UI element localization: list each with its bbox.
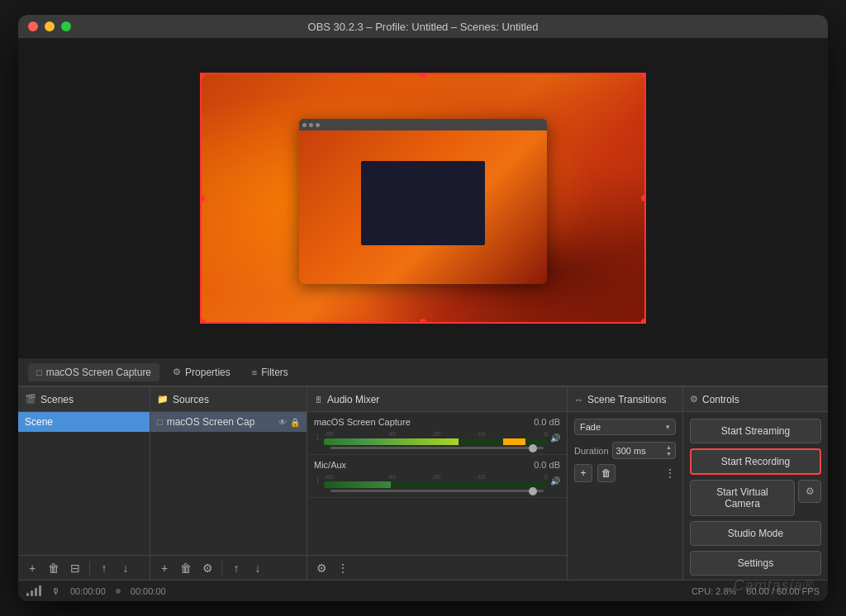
audio-more-button[interactable]: ⋮ bbox=[334, 559, 352, 577]
sources-remove-button[interactable]: 🗑 bbox=[177, 559, 195, 577]
audio-ch2-menu[interactable]: ⋮ bbox=[314, 476, 321, 485]
start-recording-button[interactable]: Start Recording bbox=[690, 448, 821, 475]
handle-top-left[interactable] bbox=[200, 73, 205, 78]
status-timer1: 00:00:00 bbox=[70, 586, 106, 596]
bottom-section: 🎬 Scenes Scene + 🗑 ⊟ ↑ ↓ bbox=[18, 386, 828, 601]
minimize-button[interactable] bbox=[45, 21, 55, 31]
inner-content bbox=[299, 130, 547, 284]
inner-titlebar bbox=[299, 119, 547, 130]
status-timer2: 00:00:00 bbox=[131, 586, 166, 596]
sources-panel-header: 📁 Sources bbox=[150, 387, 307, 412]
tab-macos-screen-capture[interactable]: □ macOS Screen Capture bbox=[28, 363, 159, 381]
source-eye-button[interactable]: 👁 bbox=[278, 418, 287, 427]
duration-input[interactable]: 300 ms ▲ ▼ bbox=[612, 442, 676, 459]
settings-button[interactable]: Settings bbox=[690, 551, 821, 576]
audio-ch2-meter: -60 -40 -20 -10 0 bbox=[324, 473, 548, 488]
source-type-icon: □ bbox=[157, 417, 163, 427]
window-title: OBS 30.2.3 – Profile: Untitled – Scenes:… bbox=[308, 21, 539, 33]
preview-inner-window bbox=[299, 119, 547, 284]
preview-canvas bbox=[200, 73, 646, 324]
controls-buttons: Start Streaming Start Recording Start Vi… bbox=[683, 412, 828, 580]
sources-up-button[interactable]: ↑ bbox=[227, 559, 245, 577]
audio-ch1-menu[interactable]: ⋮ bbox=[314, 434, 321, 442]
handle-top-right[interactable] bbox=[641, 73, 646, 78]
transitions-icon: ↔ bbox=[574, 395, 583, 405]
preview-area bbox=[18, 38, 828, 358]
tab-properties[interactable]: ⚙ Properties bbox=[164, 363, 239, 381]
panels-row: 🎬 Scenes Scene + 🗑 ⊟ ↑ ↓ bbox=[18, 386, 828, 580]
handle-bottom-left[interactable] bbox=[200, 319, 205, 324]
duration-up-button[interactable]: ▲ bbox=[666, 444, 672, 450]
transition-more-button[interactable]: ⋮ bbox=[664, 467, 676, 480]
scenes-toolbar-sep bbox=[89, 562, 90, 575]
audio-ch2-level bbox=[324, 481, 548, 488]
sources-toolbar: + 🗑 ⚙ ↑ ↓ bbox=[150, 555, 307, 580]
audio-panel-header: 🎚 Audio Mixer bbox=[307, 387, 567, 412]
scenes-add-button[interactable]: + bbox=[23, 559, 41, 577]
source-lock-button[interactable]: 🔒 bbox=[290, 418, 300, 427]
start-virtual-camera-button[interactable]: Start Virtual Camera bbox=[690, 480, 795, 516]
monitor-icon: □ bbox=[36, 367, 42, 377]
handle-top-middle[interactable] bbox=[420, 73, 426, 78]
transition-actions: + 🗑 ⋮ bbox=[568, 464, 682, 482]
audio-channel-1: macOS Screen Capture 0.0 dB ⋮ -60 -40 -2… bbox=[307, 412, 567, 455]
audio-ch1-mute[interactable]: 🔊 bbox=[550, 434, 560, 443]
scenes-toolbar: + 🗑 ⊟ ↑ ↓ bbox=[18, 555, 150, 580]
audio-ch1-fader-row bbox=[314, 447, 560, 449]
scene-item[interactable]: Scene bbox=[18, 412, 150, 432]
source-item[interactable]: □ macOS Screen Cap 👁 🔒 bbox=[150, 412, 307, 432]
scenes-up-button[interactable]: ↑ bbox=[95, 559, 113, 577]
scenes-panel-header: 🎬 Scenes bbox=[18, 387, 150, 412]
sources-panel: 📁 Sources □ macOS Screen Cap 👁 🔒 + bbox=[150, 387, 307, 580]
signal-strength-icon bbox=[26, 585, 41, 596]
handle-middle-left[interactable] bbox=[200, 195, 205, 201]
close-button[interactable] bbox=[28, 21, 38, 31]
audio-channels: macOS Screen Capture 0.0 dB ⋮ -60 -40 -2… bbox=[307, 412, 567, 555]
audio-channel-2: Mic/Aux 0.0 dB ⋮ -60 -40 -20 -10 bbox=[307, 455, 567, 498]
transition-dropdown[interactable]: Fade ▾ bbox=[574, 419, 676, 435]
handle-bottom-middle[interactable] bbox=[420, 319, 426, 324]
audio-ch2-fader-row bbox=[314, 490, 560, 492]
audio-ch1-meter: -60 -40 -20 -10 0 bbox=[324, 430, 548, 445]
duration-down-button[interactable]: ▼ bbox=[666, 451, 672, 457]
sources-add-button[interactable]: + bbox=[155, 559, 173, 577]
status-dot bbox=[116, 589, 121, 594]
studio-mode-button[interactable]: Studio Mode bbox=[690, 521, 821, 546]
transition-add-button[interactable]: + bbox=[574, 464, 592, 482]
scenes-down-button[interactable]: ↓ bbox=[116, 559, 135, 577]
audio-ch2-fader[interactable] bbox=[330, 490, 544, 492]
mic-icon: 🎙 bbox=[51, 586, 60, 596]
scenes-config-button[interactable]: ⊟ bbox=[66, 559, 84, 577]
filter-icon: ≡ bbox=[252, 367, 257, 377]
audio-mixer-panel: 🎚 Audio Mixer macOS Screen Capture 0.0 d… bbox=[307, 387, 568, 580]
window-controls bbox=[28, 21, 71, 31]
audio-ch1-fader[interactable] bbox=[330, 447, 544, 449]
tab-filters[interactable]: ≡ Filters bbox=[244, 363, 297, 381]
virtual-camera-gear-button[interactable]: ⚙ bbox=[798, 480, 821, 503]
audio-toolbar: ⚙ ⋮ bbox=[307, 555, 567, 580]
scene-transitions-panel: ↔ Scene Transitions Fade ▾ Duration 300 … bbox=[568, 387, 683, 580]
handle-bottom-right[interactable] bbox=[641, 319, 646, 324]
start-streaming-button[interactable]: Start Streaming bbox=[690, 419, 821, 443]
audio-ch2-mute[interactable]: 🔊 bbox=[550, 476, 560, 486]
scenes-icon: 🎬 bbox=[25, 394, 36, 405]
transition-select-row: Fade ▾ bbox=[574, 419, 676, 435]
sources-down-button[interactable]: ↓ bbox=[249, 559, 267, 577]
maximize-button[interactable] bbox=[61, 21, 71, 31]
transitions-panel-header: ↔ Scene Transitions bbox=[568, 387, 682, 412]
sources-list: □ macOS Screen Cap 👁 🔒 bbox=[150, 412, 307, 555]
handle-middle-right[interactable] bbox=[641, 195, 646, 201]
audio-ch1-header: macOS Screen Capture 0.0 dB bbox=[314, 417, 560, 427]
controls-panel: ⚙ Controls Start Streaming Start Recordi… bbox=[683, 387, 828, 580]
status-mic: 🎙 bbox=[51, 586, 60, 596]
sources-config-button[interactable]: ⚙ bbox=[198, 559, 216, 577]
audio-gear-button[interactable]: ⚙ bbox=[312, 559, 330, 577]
audio-ch1-level bbox=[324, 438, 548, 445]
controls-panel-header: ⚙ Controls bbox=[683, 387, 828, 412]
transitions-content: Fade ▾ Duration 300 ms ▲ ▼ bbox=[568, 412, 682, 580]
transition-remove-button[interactable]: 🗑 bbox=[597, 464, 615, 482]
scenes-remove-button[interactable]: 🗑 bbox=[45, 559, 63, 577]
properties-icon: ⚙ bbox=[173, 367, 181, 377]
duration-spinners: ▲ ▼ bbox=[666, 444, 672, 457]
chevron-down-icon: ▾ bbox=[666, 423, 670, 431]
